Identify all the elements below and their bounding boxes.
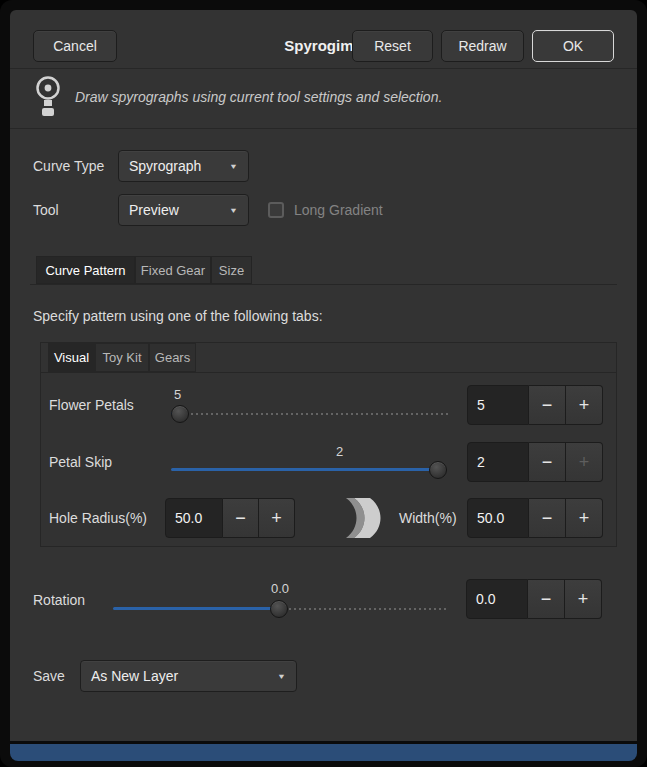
info-separator xyxy=(10,128,637,129)
reset-button[interactable]: Reset xyxy=(352,30,433,62)
flower-petals-slider[interactable] xyxy=(171,404,448,424)
tool-value: Preview xyxy=(129,202,219,218)
slider-handle[interactable] xyxy=(429,461,447,479)
petal-skip-spinner: 2 − + xyxy=(467,442,603,482)
minus-icon[interactable]: − xyxy=(529,442,566,482)
tab-size[interactable]: Size xyxy=(211,256,252,284)
petal-skip-slider-value: 2 xyxy=(336,444,343,459)
tab-fixed-gear[interactable]: Fixed Gear xyxy=(135,256,211,284)
minus-icon[interactable]: − xyxy=(529,385,566,425)
flower-petals-spinner: 5 − + xyxy=(467,385,603,425)
tab-visual[interactable]: Visual xyxy=(48,343,95,372)
hole-radius-label: Hole Radius(%) xyxy=(49,498,147,538)
width-spinner: 50.0 − + xyxy=(467,498,603,538)
long-gradient-label: Long Gradient xyxy=(294,194,383,226)
spyrogimp-icon xyxy=(33,74,65,120)
minus-icon[interactable]: − xyxy=(529,498,566,538)
tab-toy-kit[interactable]: Toy Kit xyxy=(95,343,149,372)
tool-dropdown[interactable]: Preview ▼ xyxy=(118,194,249,226)
notebook-border xyxy=(30,284,617,285)
spyrogimp-dialog: Spyrogimp Cancel Reset Redraw OK Draw sp… xyxy=(10,10,637,741)
plus-icon[interactable]: + xyxy=(566,498,603,538)
slider-track xyxy=(279,608,447,610)
hole-radius-value[interactable]: 50.0 xyxy=(165,498,223,538)
redraw-button[interactable]: Redraw xyxy=(441,30,524,62)
rotation-slider-value: 0.0 xyxy=(260,581,300,596)
progress-bar xyxy=(10,744,637,761)
hole-radius-spinner: 50.0 − + xyxy=(165,498,295,538)
pattern-notebook: Visual Toy Kit Gears Flower Petals 5 5 −… xyxy=(40,342,617,547)
header-separator xyxy=(10,68,637,69)
minus-icon[interactable]: − xyxy=(223,498,259,538)
long-gradient-checkbox[interactable] xyxy=(268,202,284,218)
slider-handle[interactable] xyxy=(270,600,288,618)
slider-track xyxy=(171,413,448,415)
pattern-hint: Specify pattern using one of the followi… xyxy=(33,306,323,326)
cancel-button[interactable]: Cancel xyxy=(33,30,117,62)
flower-petals-slider-value: 5 xyxy=(174,387,181,402)
save-dropdown[interactable]: As New Layer ▼ xyxy=(80,660,297,692)
plus-icon[interactable]: + xyxy=(566,385,603,425)
save-value: As New Layer xyxy=(91,668,267,684)
plus-icon[interactable]: + xyxy=(566,442,603,482)
ok-button[interactable]: OK xyxy=(532,30,614,62)
slider-handle[interactable] xyxy=(171,405,189,423)
petal-skip-label: Petal Skip xyxy=(49,442,112,482)
rotation-value[interactable]: 0.0 xyxy=(466,579,528,619)
minus-icon[interactable]: − xyxy=(528,579,565,619)
plus-icon[interactable]: + xyxy=(565,579,602,619)
curve-type-dropdown[interactable]: Spyrograph ▼ xyxy=(118,150,249,182)
flower-petals-label: Flower Petals xyxy=(49,385,134,425)
rotation-slider[interactable] xyxy=(113,599,447,619)
tab-curve-pattern[interactable]: Curve Pattern xyxy=(36,256,135,284)
width-label: Width(%) xyxy=(399,498,457,538)
chevron-down-icon: ▼ xyxy=(229,162,238,171)
dialog-description: Draw spyrographs using current tool sett… xyxy=(75,74,442,120)
petal-skip-slider[interactable] xyxy=(171,460,448,480)
petal-skip-value[interactable]: 2 xyxy=(467,442,529,482)
width-value[interactable]: 50.0 xyxy=(467,498,529,538)
tab-gears[interactable]: Gears xyxy=(149,343,196,372)
inner-notebook-border xyxy=(41,372,616,373)
plus-icon[interactable]: + xyxy=(259,498,295,538)
curve-type-value: Spyrograph xyxy=(129,158,219,174)
save-label: Save xyxy=(33,660,65,692)
width-curve-illustration xyxy=(336,497,388,539)
chevron-down-icon: ▼ xyxy=(277,672,286,681)
chevron-down-icon: ▼ xyxy=(229,206,238,215)
tool-label: Tool xyxy=(33,194,59,226)
rotation-label: Rotation xyxy=(33,580,85,620)
flower-petals-value[interactable]: 5 xyxy=(467,385,529,425)
slider-fill xyxy=(113,607,279,610)
rotation-spinner: 0.0 − + xyxy=(466,579,602,619)
curve-type-label: Curve Type xyxy=(33,150,104,182)
spyrogimp-window: Spyrogimp Cancel Reset Redraw OK Draw sp… xyxy=(0,0,647,767)
slider-fill xyxy=(171,468,438,471)
